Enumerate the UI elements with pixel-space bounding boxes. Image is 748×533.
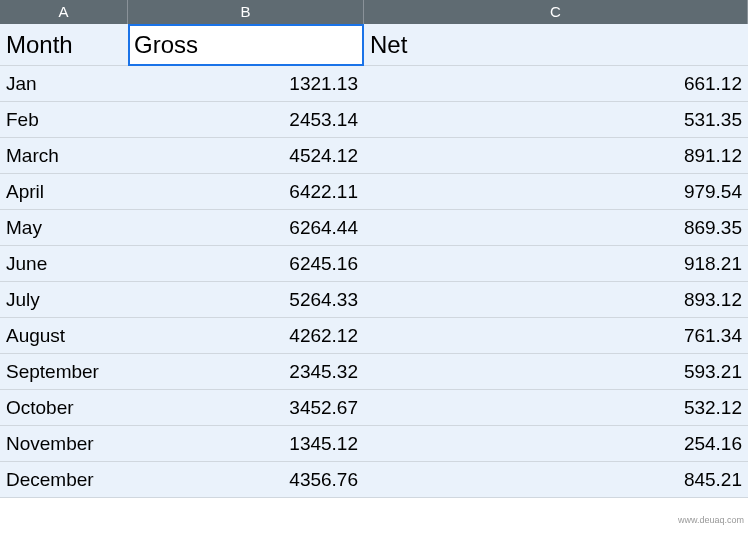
- table-row: December4356.76845.21: [0, 462, 748, 498]
- cell-net[interactable]: 593.21: [364, 354, 748, 390]
- column-header-a[interactable]: A: [0, 0, 128, 24]
- cell-net[interactable]: 531.35: [364, 102, 748, 138]
- cell-month[interactable]: October: [0, 390, 128, 426]
- cell-gross[interactable]: 3452.67: [128, 390, 364, 426]
- cell-net[interactable]: 869.35: [364, 210, 748, 246]
- table-row: November1345.12254.16: [0, 426, 748, 462]
- cell-month[interactable]: August: [0, 318, 128, 354]
- table-row: Feb2453.14531.35: [0, 102, 748, 138]
- table-row: October3452.67532.12: [0, 390, 748, 426]
- table-row: June6245.16918.21: [0, 246, 748, 282]
- cell-month[interactable]: April: [0, 174, 128, 210]
- column-header-c[interactable]: C: [364, 0, 748, 24]
- cell-month[interactable]: November: [0, 426, 128, 462]
- cell-net[interactable]: 761.34: [364, 318, 748, 354]
- cell-gross[interactable]: 1345.12: [128, 426, 364, 462]
- table-row: August4262.12761.34: [0, 318, 748, 354]
- cell-gross[interactable]: 2345.32: [128, 354, 364, 390]
- cell-month-header[interactable]: Month: [0, 24, 128, 66]
- cell-gross[interactable]: 4262.12: [128, 318, 364, 354]
- cell-gross-header[interactable]: Gross: [128, 24, 364, 66]
- cell-net[interactable]: 893.12: [364, 282, 748, 318]
- table-row: May6264.44869.35: [0, 210, 748, 246]
- cell-month[interactable]: December: [0, 462, 128, 498]
- cell-month[interactable]: May: [0, 210, 128, 246]
- cell-net[interactable]: 891.12: [364, 138, 748, 174]
- cell-gross[interactable]: 6245.16: [128, 246, 364, 282]
- cell-net[interactable]: 532.12: [364, 390, 748, 426]
- cell-month[interactable]: March: [0, 138, 128, 174]
- cell-net[interactable]: 918.21: [364, 246, 748, 282]
- header-row: Month Gross Net: [0, 24, 748, 66]
- table-row: March4524.12891.12: [0, 138, 748, 174]
- table-row: July5264.33893.12: [0, 282, 748, 318]
- table-row: September2345.32593.21: [0, 354, 748, 390]
- cell-gross[interactable]: 4524.12: [128, 138, 364, 174]
- cell-month[interactable]: September: [0, 354, 128, 390]
- spreadsheet: A B C Month Gross Net Jan1321.13661.12Fe…: [0, 0, 748, 498]
- column-header-b[interactable]: B: [128, 0, 364, 24]
- cell-gross[interactable]: 4356.76: [128, 462, 364, 498]
- cell-month[interactable]: July: [0, 282, 128, 318]
- cell-gross[interactable]: 1321.13: [128, 66, 364, 102]
- cell-month[interactable]: Feb: [0, 102, 128, 138]
- table-row: Jan1321.13661.12: [0, 66, 748, 102]
- cell-net-header[interactable]: Net: [364, 24, 748, 66]
- cell-gross[interactable]: 6264.44: [128, 210, 364, 246]
- cell-gross[interactable]: 2453.14: [128, 102, 364, 138]
- cell-net[interactable]: 845.21: [364, 462, 748, 498]
- cell-gross[interactable]: 6422.11: [128, 174, 364, 210]
- cell-net[interactable]: 661.12: [364, 66, 748, 102]
- cell-gross[interactable]: 5264.33: [128, 282, 364, 318]
- cell-net[interactable]: 979.54: [364, 174, 748, 210]
- cell-month[interactable]: Jan: [0, 66, 128, 102]
- cell-net[interactable]: 254.16: [364, 426, 748, 462]
- cell-month[interactable]: June: [0, 246, 128, 282]
- column-header-row: A B C: [0, 0, 748, 24]
- table-row: April6422.11979.54: [0, 174, 748, 210]
